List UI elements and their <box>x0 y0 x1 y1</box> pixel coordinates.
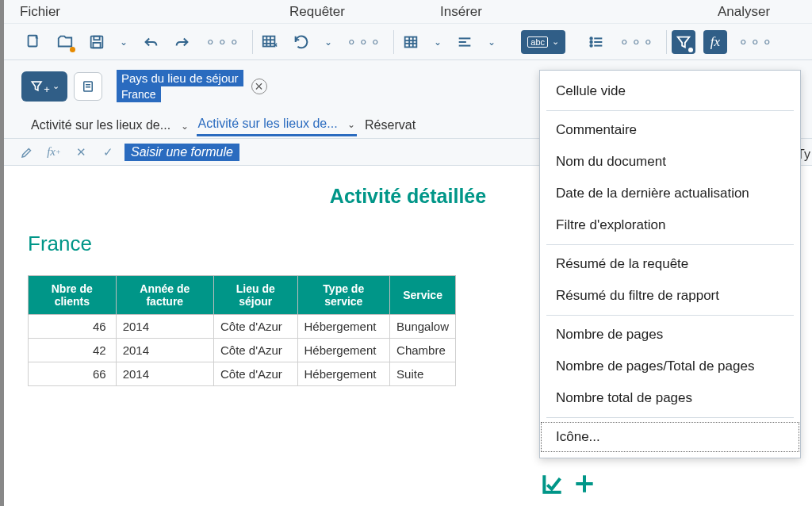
cell[interactable]: Côte d'Azur <box>213 339 297 362</box>
edit-formula-icon[interactable] <box>17 142 37 163</box>
separator <box>546 315 794 316</box>
table-row[interactable]: 42 2014 Côte d'Azur Hébergement Chambre <box>29 339 456 362</box>
data-grid-icon[interactable] <box>258 30 282 54</box>
align-dropdown[interactable]: ⌄ <box>485 36 499 48</box>
tab-label: Activité sur les lieux de... <box>31 118 170 132</box>
table-row[interactable]: 66 2014 Côte d'Azur Hébergement Suite <box>29 362 456 386</box>
cell[interactable]: 66 <box>29 362 117 386</box>
menu-analyze[interactable]: Analyser <box>718 4 770 20</box>
cell[interactable]: Chambre <box>390 339 456 362</box>
cell[interactable]: Bungalow <box>390 315 456 339</box>
separator <box>546 417 794 418</box>
menu-insert[interactable]: Insérer <box>440 4 686 20</box>
tab-reservat[interactable]: Réservat <box>363 115 417 136</box>
menu-bar: Fichier Requêter Insérer Analyser <box>4 0 812 24</box>
insert-cell-button[interactable]: abc ⌄ <box>521 30 565 54</box>
fx-variable-icon[interactable]: fx <box>703 30 727 54</box>
undo-icon[interactable] <box>139 30 163 54</box>
chevron-down-icon[interactable]: ⌄ <box>347 119 355 130</box>
menuitem-document-name[interactable]: Nom du document <box>540 146 800 178</box>
query-more-icon[interactable]: ∘∘∘ <box>347 33 382 52</box>
new-document-icon[interactable] <box>21 30 45 54</box>
save-icon[interactable] <box>85 30 109 54</box>
separator <box>666 30 667 54</box>
menu-file[interactable]: Fichier <box>20 4 258 20</box>
abc-icon: abc <box>527 36 548 48</box>
separator <box>546 244 794 245</box>
refresh-icon[interactable] <box>289 30 313 54</box>
chart-check-icon[interactable] <box>540 471 565 502</box>
note-button[interactable] <box>74 72 102 101</box>
table-header-row: Nbre de clients Année de facture Lieu de… <box>29 276 456 315</box>
insert-more-icon[interactable]: ∘∘∘ <box>619 33 655 52</box>
table-icon[interactable] <box>399 30 423 54</box>
analyze-more-icon[interactable]: ∘∘∘ <box>738 33 774 52</box>
refresh-dropdown[interactable]: ⌄ <box>321 36 335 48</box>
cell[interactable]: Hébergement <box>297 362 390 386</box>
svg-point-21 <box>590 44 592 46</box>
col-header[interactable]: Lieu de séjour <box>213 276 297 315</box>
add-filter-button[interactable]: + ⌄ <box>21 71 67 102</box>
list-icon[interactable] <box>584 30 608 54</box>
redo-icon[interactable] <box>170 30 194 54</box>
floating-tools <box>540 471 597 502</box>
clear-filter-icon[interactable]: × <box>251 79 267 94</box>
toolbar: ⌄ ∘∘∘ ⌄ ∘∘∘ ⌄ ⌄ abc ⌄ <box>4 24 812 60</box>
app-root: Fichier Requêter Insérer Analyser ⌄ ∘∘∘ <box>0 0 812 506</box>
cancel-formula-icon[interactable]: ✕ <box>71 142 91 163</box>
cell[interactable]: Hébergement <box>297 315 390 339</box>
save-dropdown[interactable]: ⌄ <box>117 36 131 48</box>
separator <box>252 30 253 54</box>
menuitem-last-refresh-date[interactable]: Date de la dernière actualisation <box>540 178 800 209</box>
menuitem-comment[interactable]: Commentaire <box>540 114 800 146</box>
cell[interactable]: 2014 <box>116 315 213 339</box>
col-header[interactable]: Service <box>390 276 456 315</box>
col-header[interactable]: Nbre de clients <box>29 276 117 315</box>
tab-activity-1[interactable]: Activité sur les lieux de... ⌄ <box>29 115 190 136</box>
svg-rect-4 <box>263 36 275 46</box>
cell[interactable]: 2014 <box>116 362 213 386</box>
filter-chip-label: Pays du lieu de séjour <box>117 70 243 86</box>
open-folder-icon[interactable] <box>53 30 77 54</box>
cell[interactable]: Côte d'Azur <box>213 362 297 386</box>
svg-point-19 <box>590 40 592 42</box>
cell[interactable]: Côte d'Azur <box>213 315 297 339</box>
tab-activity-2[interactable]: Activité sur les lieux de... ⌄ <box>197 113 358 136</box>
menuitem-drill-filter[interactable]: Filtre d'exploration <box>540 209 800 241</box>
menuitem-query-summary[interactable]: Résumé de la requête <box>540 248 800 280</box>
table-row[interactable]: 46 2014 Côte d'Azur Hébergement Bungalow <box>29 315 456 339</box>
file-more-icon[interactable]: ∘∘∘ <box>205 33 241 52</box>
svg-rect-2 <box>94 36 99 40</box>
menuitem-page-count[interactable]: Nombre de pages <box>540 319 800 351</box>
report-table[interactable]: Nbre de clients Année de facture Lieu de… <box>28 275 456 386</box>
svg-rect-9 <box>405 36 417 47</box>
menuitem-empty-cell[interactable]: Cellule vide <box>540 75 800 107</box>
svg-rect-3 <box>93 42 100 47</box>
cell[interactable]: Suite <box>390 362 456 386</box>
separator <box>546 110 794 111</box>
cell[interactable]: 46 <box>29 315 117 339</box>
filter-icon[interactable] <box>672 30 695 54</box>
cell[interactable]: Hébergement <box>297 339 390 362</box>
menuitem-icon[interactable]: Icône... <box>540 421 800 453</box>
filter-chip[interactable]: Pays du lieu de séjour France × <box>117 70 267 102</box>
plus-icon[interactable] <box>572 471 597 502</box>
svg-point-17 <box>590 37 592 39</box>
menuitem-report-filter-summary[interactable]: Résumé du filtre de rapport <box>540 280 800 312</box>
align-icon[interactable] <box>453 30 477 54</box>
col-header[interactable]: Type de service <box>297 276 390 315</box>
menuitem-total-pages[interactable]: Nombre total de pages <box>540 382 800 414</box>
formula-input[interactable]: Saisir une formule <box>124 144 239 161</box>
insert-cell-dropdown: Cellule vide Commentaire Nom du document… <box>539 70 801 458</box>
separator <box>393 30 394 54</box>
col-header[interactable]: Année de facture <box>116 276 213 315</box>
accept-formula-icon[interactable]: ✓ <box>98 142 118 163</box>
table-dropdown[interactable]: ⌄ <box>431 36 445 48</box>
cell[interactable]: 42 <box>29 339 117 362</box>
fx-plus-icon[interactable]: fx+ <box>44 142 64 163</box>
menu-query[interactable]: Requêter <box>289 4 408 20</box>
cell[interactable]: 2014 <box>116 339 213 362</box>
chevron-down-icon[interactable]: ⌄ <box>181 121 189 132</box>
tab-label: Activité sur les lieux de... <box>198 117 338 130</box>
menuitem-page-of-total[interactable]: Nombre de pages/Total de pages <box>540 351 800 382</box>
